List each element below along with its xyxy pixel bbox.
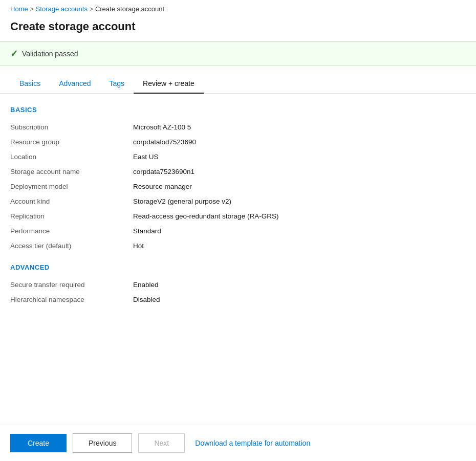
create-button[interactable]: Create — [10, 434, 67, 452]
automation-link[interactable]: Download a template for automation — [195, 439, 310, 447]
table-row: Storage account name corpdata7523690n1 — [10, 164, 466, 179]
value-resource-group: corpdatalod7523690 — [133, 135, 466, 149]
label-resource-group: Resource group — [10, 135, 133, 149]
table-row: Access tier (default) Hot — [10, 238, 466, 253]
label-account-kind: Account kind — [10, 194, 133, 209]
breadcrumb-sep2: > — [90, 6, 93, 13]
label-access-tier: Access tier (default) — [10, 238, 133, 253]
value-access-tier: Hot — [133, 238, 466, 253]
table-row: Hierarchical namespace Disabled — [10, 292, 466, 307]
advanced-header: ADVANCED — [10, 264, 466, 271]
table-row: Account kind StorageV2 (general purpose … — [10, 194, 466, 209]
content-area: BASICS Subscription Microsoft AZ-100 5 R… — [0, 94, 476, 327]
value-storage-account-name: corpdata7523690n1 — [133, 164, 466, 179]
value-location: East US — [133, 149, 466, 164]
value-account-kind: StorageV2 (general purpose v2) — [133, 194, 466, 209]
breadcrumb-current: Create storage account — [95, 5, 164, 13]
breadcrumb-home[interactable]: Home — [10, 5, 28, 13]
breadcrumb-sep1: > — [30, 6, 34, 13]
basics-section: BASICS Subscription Microsoft AZ-100 5 R… — [10, 106, 466, 253]
value-deployment-model: Resource manager — [133, 179, 466, 194]
advanced-table: Secure transfer required Enabled Hierarc… — [10, 277, 466, 307]
label-secure-transfer: Secure transfer required — [10, 277, 133, 292]
footer: Create Previous Next Download a template… — [0, 425, 476, 461]
next-button: Next — [138, 433, 185, 453]
tab-advanced[interactable]: Advanced — [50, 74, 100, 94]
table-row: Subscription Microsoft AZ-100 5 — [10, 120, 466, 135]
value-replication: Read-access geo-redundant storage (RA-GR… — [133, 209, 466, 224]
advanced-section: ADVANCED Secure transfer required Enable… — [10, 264, 466, 307]
table-row: Resource group corpdatalod7523690 — [10, 135, 466, 149]
label-subscription: Subscription — [10, 120, 133, 135]
table-row: Replication Read-access geo-redundant st… — [10, 209, 466, 224]
tab-basics[interactable]: Basics — [10, 74, 50, 94]
label-deployment-model: Deployment model — [10, 179, 133, 194]
label-hierarchical-namespace: Hierarchical namespace — [10, 292, 133, 307]
value-subscription: Microsoft AZ-100 5 — [133, 120, 466, 135]
basics-table: Subscription Microsoft AZ-100 5 Resource… — [10, 120, 466, 253]
label-storage-account-name: Storage account name — [10, 164, 133, 179]
breadcrumb-storage-accounts[interactable]: Storage accounts — [36, 5, 88, 13]
previous-button[interactable]: Previous — [73, 433, 132, 453]
value-hierarchical-namespace: Disabled — [133, 292, 466, 307]
validation-bar: ✓ Validation passed — [0, 41, 476, 66]
table-row: Location East US — [10, 149, 466, 164]
label-performance: Performance — [10, 224, 133, 238]
validation-text: Validation passed — [22, 50, 78, 58]
tab-tags[interactable]: Tags — [100, 74, 134, 94]
breadcrumb: Home > Storage accounts > Create storage… — [0, 0, 476, 16]
table-row: Secure transfer required Enabled — [10, 277, 466, 292]
table-row: Performance Standard — [10, 224, 466, 238]
tab-bar: Basics Advanced Tags Review + create — [0, 74, 476, 94]
label-replication: Replication — [10, 209, 133, 224]
basics-header: BASICS — [10, 106, 466, 114]
validation-check-icon: ✓ — [10, 48, 18, 59]
page-title: Create storage account — [0, 16, 476, 41]
tab-review-create[interactable]: Review + create — [134, 74, 204, 94]
value-secure-transfer: Enabled — [133, 277, 466, 292]
label-location: Location — [10, 149, 133, 164]
value-performance: Standard — [133, 224, 466, 238]
table-row: Deployment model Resource manager — [10, 179, 466, 194]
